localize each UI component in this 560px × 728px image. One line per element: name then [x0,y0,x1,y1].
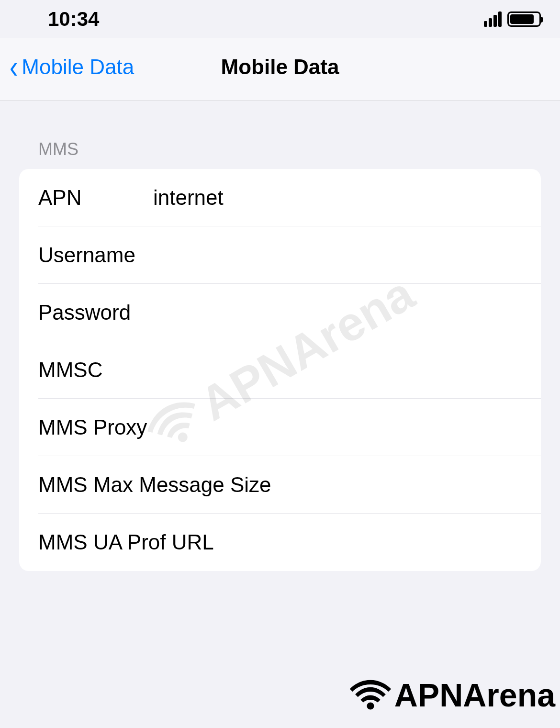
row-mms-max-size[interactable]: MMS Max Message Size [19,456,541,514]
label-mms-max-size: MMS Max Message Size [38,473,271,497]
chevron-left-icon: ‹ [10,48,18,86]
status-bar: 10:34 [0,0,560,38]
nav-bar: ‹ Mobile Data Mobile Data [0,38,560,101]
back-button[interactable]: ‹ Mobile Data [10,53,134,81]
wifi-icon [349,677,392,713]
label-username: Username [38,243,153,267]
label-mms-proxy: MMS Proxy [38,415,147,439]
row-apn[interactable]: APN [19,169,541,226]
status-icons [484,11,541,27]
status-time: 10:34 [48,8,99,31]
signal-icon [484,11,502,27]
input-mmsc[interactable] [153,358,522,382]
input-apn[interactable] [153,186,522,210]
footer-logo: APNArena [349,676,555,714]
section-header-mms: MMS [0,101,560,169]
row-mms-ua-prof[interactable]: MMS UA Prof URL [19,514,541,571]
label-password: Password [38,301,153,325]
row-mmsc[interactable]: MMSC [19,341,541,399]
back-label: Mobile Data [22,55,134,79]
row-username[interactable]: Username [19,226,541,284]
input-mms-proxy[interactable] [147,415,522,439]
row-password[interactable]: Password [19,284,541,341]
label-apn: APN [38,186,153,210]
input-password[interactable] [153,301,522,325]
settings-group-mms: APN Username Password MMSC MMS Proxy MMS… [19,169,541,571]
label-mmsc: MMSC [38,358,153,382]
input-mms-ua-prof[interactable] [214,530,522,554]
nav-title: Mobile Data [221,55,339,79]
row-mms-proxy[interactable]: MMS Proxy [19,399,541,456]
label-mms-ua-prof: MMS UA Prof URL [38,530,214,554]
battery-icon [507,11,541,27]
input-mms-max-size[interactable] [271,473,534,497]
input-username[interactable] [153,243,522,267]
